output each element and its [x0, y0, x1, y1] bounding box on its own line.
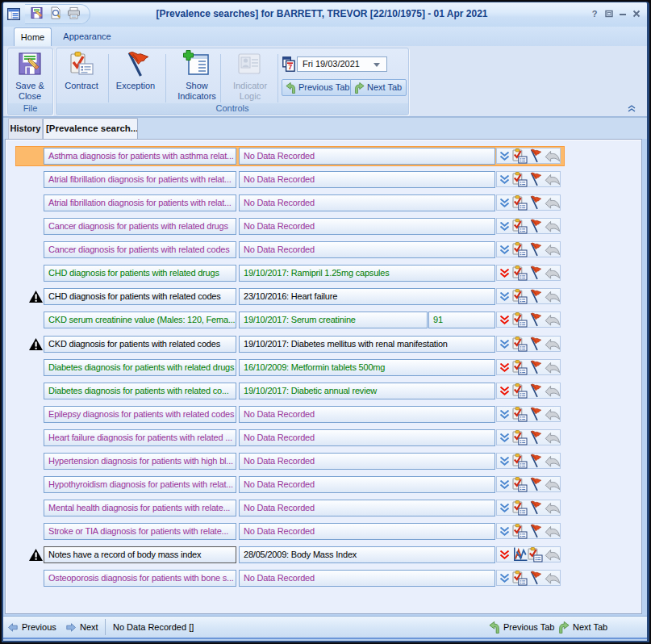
- svg-text:7: 7: [288, 63, 292, 71]
